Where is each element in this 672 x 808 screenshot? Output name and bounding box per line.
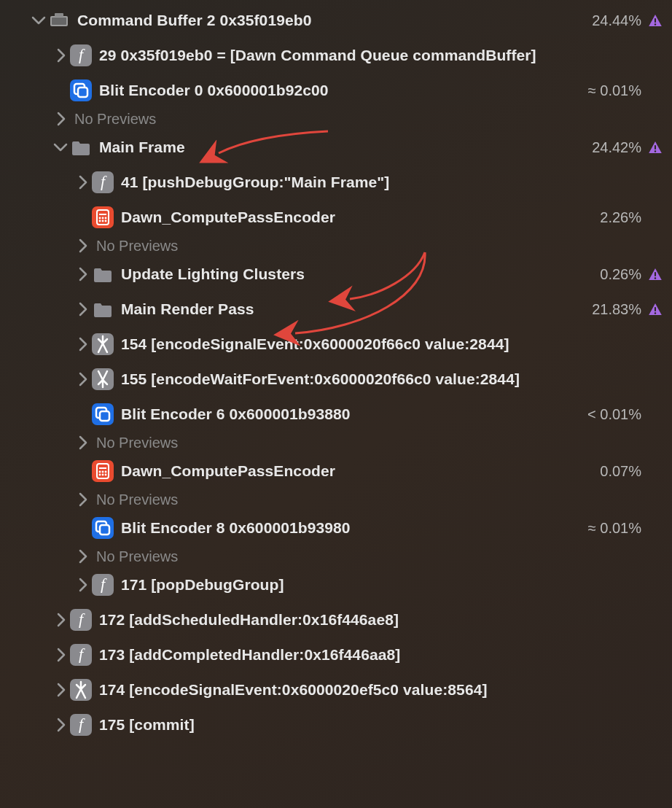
chevron-right-icon[interactable]: [51, 610, 70, 629]
chevron-right-icon[interactable]: [51, 645, 70, 664]
chevron-right-icon[interactable]: [73, 300, 92, 319]
tree-row[interactable]: Blit Encoder 0 0x600001b92c00≈ 0.01%: [0, 73, 672, 108]
chevron-right-icon[interactable]: [73, 433, 92, 452]
chevron-right-icon[interactable]: [73, 490, 92, 509]
chevron-right-icon[interactable]: [73, 335, 92, 354]
signal-icon: [92, 333, 114, 355]
row-label: 154 [encodeSignalEvent:0x6000020f66c0 va…: [121, 335, 509, 353]
tree-row[interactable]: Dawn_ComputePassEncoder2.26%: [0, 200, 672, 235]
blit-icon: [92, 517, 114, 539]
row-label: 41 [pushDebugGroup:"Main Frame"]: [121, 174, 389, 191]
signal-icon: [70, 679, 92, 701]
row-label: Dawn_ComputePassEncoder: [121, 462, 335, 480]
row-label: 172 [addScheduledHandler:0x16f446ae8]: [99, 611, 399, 629]
fn-icon: f: [70, 44, 92, 66]
fn-icon: f: [70, 609, 92, 631]
chevron-down-icon[interactable]: [51, 138, 70, 157]
no-previews-label: No Previews: [96, 492, 178, 508]
percent-label: ≈ 0.01%: [588, 520, 641, 537]
no-previews-label: No Previews: [96, 435, 178, 451]
svg-rect-7: [78, 88, 87, 97]
row-label: 171 [popDebugGroup]: [121, 576, 284, 594]
svg-point-16: [99, 220, 101, 222]
blit-icon: [70, 79, 92, 101]
tree-row[interactable]: f171 [popDebugGroup]: [0, 567, 672, 602]
no-previews-row: No Previews: [0, 545, 672, 567]
svg-point-14: [102, 217, 104, 220]
row-label: 175 [commit]: [99, 716, 195, 734]
folder-icon: [92, 298, 114, 320]
chevron-right-icon[interactable]: [51, 109, 70, 128]
svg-rect-8: [655, 145, 656, 149]
row-label: Main Frame: [99, 139, 185, 156]
chevron-right-icon[interactable]: [73, 173, 92, 192]
warning-icon: [647, 12, 663, 28]
percent-label: 24.44%: [592, 12, 641, 29]
chevron-right-icon[interactable]: [51, 680, 70, 699]
tree-row[interactable]: 155 [encodeWaitForEvent:0x6000020f66c0 v…: [0, 362, 672, 397]
tree-row[interactable]: Main Frame24.42%: [0, 130, 672, 165]
fn-icon: f: [92, 574, 114, 596]
no-previews-row: No Previews: [0, 489, 672, 510]
tree-row[interactable]: f173 [addCompletedHandler:0x16f446aa8]: [0, 637, 672, 672]
svg-point-4: [655, 23, 656, 25]
call-tree[interactable]: Command Buffer 2 0x35f019eb024.44%f29 0x…: [0, 0, 672, 742]
percent-label: 2.26%: [600, 209, 641, 226]
svg-rect-34: [100, 525, 109, 535]
tree-row[interactable]: Blit Encoder 6 0x600001b93880< 0.01%: [0, 397, 672, 432]
svg-rect-19: [655, 272, 656, 276]
warning-icon: [647, 266, 663, 282]
compute-icon: [92, 460, 114, 482]
tree-row[interactable]: Blit Encoder 8 0x600001b93980≈ 0.01%: [0, 510, 672, 545]
row-label: Dawn_ComputePassEncoder: [121, 209, 335, 226]
fn-icon: f: [92, 171, 114, 193]
tree-row[interactable]: f175 [commit]: [0, 707, 672, 742]
tree-row[interactable]: f29 0x35f019eb0 = [Dawn Command Queue co…: [0, 38, 672, 73]
percent-label: 0.07%: [600, 463, 641, 480]
row-label: Main Render Pass: [121, 300, 254, 318]
chevron-right-icon[interactable]: [73, 265, 92, 284]
row-label: Blit Encoder 8 0x600001b93980: [121, 519, 351, 537]
svg-point-27: [99, 471, 101, 473]
row-label: Blit Encoder 6 0x600001b93880: [121, 405, 351, 423]
chevron-right-icon[interactable]: [73, 575, 92, 594]
svg-point-18: [105, 220, 107, 222]
chevron-down-icon[interactable]: [29, 11, 48, 30]
svg-rect-2: [55, 13, 63, 17]
no-previews-label: No Previews: [96, 238, 178, 255]
tree-row[interactable]: Main Render Pass21.83%: [0, 292, 672, 327]
row-label: 174 [encodeSignalEvent:0x6000020ef5c0 va…: [99, 681, 488, 699]
chevron-right-icon[interactable]: [51, 715, 70, 734]
chevron-right-icon[interactable]: [73, 370, 92, 389]
svg-point-30: [99, 474, 101, 476]
tree-row[interactable]: f41 [pushDebugGroup:"Main Frame"]: [0, 165, 672, 200]
tree-row[interactable]: f172 [addScheduledHandler:0x16f446ae8]: [0, 602, 672, 637]
no-previews-label: No Previews: [96, 548, 178, 565]
tree-row[interactable]: Command Buffer 2 0x35f019eb024.44%: [0, 3, 672, 38]
fn-icon: f: [70, 714, 92, 736]
chevron-right-icon[interactable]: [73, 547, 92, 566]
chevron-right-icon[interactable]: [51, 46, 70, 65]
percent-label: 24.42%: [592, 139, 641, 156]
svg-text:f: f: [79, 45, 85, 63]
svg-point-31: [102, 474, 104, 476]
row-label: Update Lighting Clusters: [121, 265, 305, 283]
tree-row[interactable]: Update Lighting Clusters0.26%: [0, 257, 672, 292]
svg-point-15: [105, 217, 107, 220]
svg-point-13: [99, 217, 101, 220]
chevron-right-icon[interactable]: [73, 236, 92, 255]
fn-icon: f: [70, 644, 92, 666]
row-label: 173 [addCompletedHandler:0x16f446aa8]: [99, 646, 400, 664]
svg-point-9: [655, 150, 656, 152]
percent-label: < 0.01%: [587, 406, 641, 423]
row-label: 155 [encodeWaitForEvent:0x6000020f66c0 v…: [121, 370, 520, 388]
row-label: Command Buffer 2 0x35f019eb0: [77, 12, 311, 29]
svg-point-29: [105, 471, 107, 473]
svg-point-28: [102, 471, 104, 473]
svg-rect-21: [655, 307, 656, 311]
tree-row[interactable]: Dawn_ComputePassEncoder0.07%: [0, 454, 672, 489]
svg-text:f: f: [79, 645, 85, 663]
svg-point-20: [655, 277, 656, 279]
tree-row[interactable]: 154 [encodeSignalEvent:0x6000020f66c0 va…: [0, 327, 672, 362]
tree-row[interactable]: 174 [encodeSignalEvent:0x6000020ef5c0 va…: [0, 672, 672, 707]
